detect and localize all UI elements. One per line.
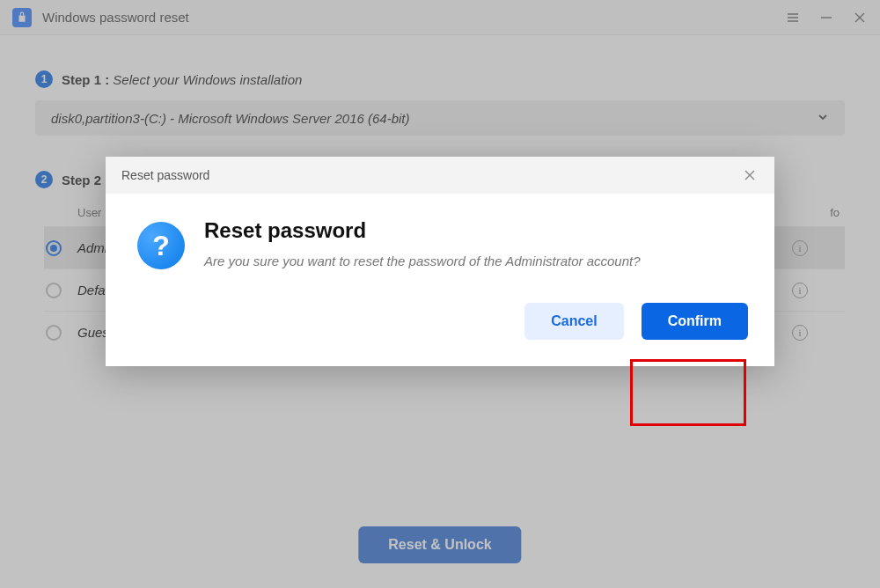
dialog-close-icon[interactable] xyxy=(741,166,759,184)
dialog-title: Reset password xyxy=(204,218,641,243)
dialog-header: Reset password xyxy=(106,157,774,194)
confirm-button[interactable]: Confirm xyxy=(642,303,748,340)
cancel-button[interactable]: Cancel xyxy=(524,303,623,340)
confirm-dialog: Reset password ? Reset password Are you … xyxy=(106,157,774,366)
dialog-header-title: Reset password xyxy=(121,168,209,182)
dialog-message: Are you sure you want to reset the passw… xyxy=(204,254,641,268)
question-icon: ? xyxy=(137,222,185,269)
